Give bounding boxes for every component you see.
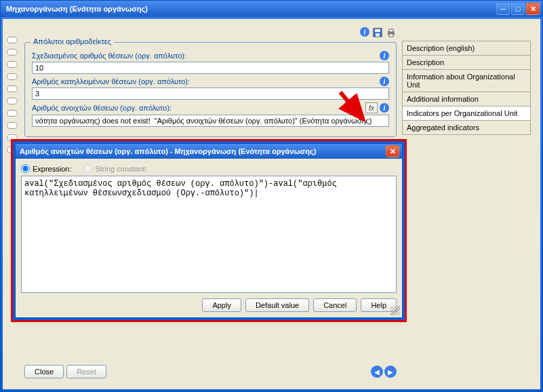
print-icon[interactable] xyxy=(386,27,397,38)
dialog-titlebar: Αριθμός ανοιχτών θέσεων (οργ. απόλυτο) -… xyxy=(16,144,402,159)
dialog-body: Expression: String constant: Apply Defau… xyxy=(16,159,402,317)
cancel-button[interactable]: Cancel xyxy=(313,298,357,312)
tab-desc-en[interactable]: Description (english) xyxy=(402,41,531,56)
maximize-button[interactable]: □ xyxy=(511,3,525,15)
expression-dialog-highlight: Αριθμός ανοιχτών θέσεων (οργ. απόλυτο) -… xyxy=(11,139,407,322)
nav-buttons: ◀ ▶ xyxy=(109,366,397,378)
dialog-buttons: Apply Default value Cancel Help xyxy=(21,293,397,312)
apply-button[interactable]: Apply xyxy=(202,298,241,312)
dialog-title: Αριθμός ανοιχτών θέσεων (οργ. απόλυτο) -… xyxy=(18,147,386,155)
expression-radio-input[interactable] xyxy=(21,164,30,173)
title-buttons: ─ □ ✕ xyxy=(496,3,540,15)
resize-grip-icon[interactable] xyxy=(390,306,400,315)
tab-aggregated[interactable]: Aggregated indicators xyxy=(402,120,531,135)
planned-label: Σχεδιασμένος αριθμός θέσεων (οργ. απόλυτ… xyxy=(32,52,186,60)
svg-rect-2 xyxy=(376,33,380,37)
field-planned: Σχεδιασμένος αριθμός θέσεων (οργ. απόλυτ… xyxy=(32,51,389,74)
expression-textarea[interactable] xyxy=(21,176,397,293)
tabs-column: Description (english) Description Inform… xyxy=(402,41,531,383)
expression-radio[interactable]: Expression: xyxy=(21,164,71,173)
prev-button[interactable]: ◀ xyxy=(371,366,383,378)
close-button[interactable]: Close xyxy=(24,365,64,378)
svg-rect-4 xyxy=(389,29,393,32)
minimize-button[interactable]: ─ xyxy=(496,3,510,15)
red-arrow-annotation xyxy=(335,87,376,128)
save-icon[interactable] xyxy=(372,27,383,38)
default-value-button[interactable]: Default value xyxy=(245,298,309,312)
dialog-close-button[interactable]: ✕ xyxy=(386,145,399,157)
expression-dialog: Αριθμός ανοιχτών θέσεων (οργ. απόλυτο) -… xyxy=(15,143,403,318)
open-label: Αριθμός ανοιχτών θέσεων (οργ. απόλυτο): xyxy=(32,104,172,112)
reset-button: Reset xyxy=(66,365,106,378)
close-window-button[interactable]: ✕ xyxy=(526,3,540,15)
info-icon[interactable]: i xyxy=(360,27,369,37)
svg-rect-1 xyxy=(375,29,380,32)
svg-rect-5 xyxy=(389,34,393,37)
titlebar: Μηχανοργάνωση (Ενότητα οργάνωσης) ─ □ ✕ xyxy=(1,1,542,17)
window-title: Μηχανοργάνωση (Ενότητα οργάνωσης) xyxy=(3,5,496,13)
string-radio-label: String constant: xyxy=(95,165,146,173)
fieldset-legend: Απόλυτοι αριθμοδείκτες xyxy=(31,37,114,45)
string-constant-radio: String constant: xyxy=(83,164,146,173)
occupied-label: Αριθμός κατηλλειμένων θέσεων (οργ. απόλυ… xyxy=(32,77,190,85)
tab-info-org[interactable]: Information about Organizational Unit xyxy=(402,69,531,92)
planned-input[interactable] xyxy=(32,62,389,74)
info-icon[interactable]: i xyxy=(380,77,389,86)
tab-additional[interactable]: Additional information xyxy=(402,92,531,106)
tab-indicators-per-unit[interactable]: Indicators per Organizational Unit xyxy=(402,106,531,121)
info-icon[interactable]: i xyxy=(380,103,389,113)
radio-row: Expression: String constant: xyxy=(21,164,397,173)
svg-line-7 xyxy=(340,92,363,119)
next-button[interactable]: ▶ xyxy=(384,366,397,378)
expression-radio-label: Expression: xyxy=(33,165,71,173)
info-icon[interactable]: i xyxy=(380,51,389,60)
footer: Close Reset ◀ ▶ xyxy=(24,361,397,383)
string-radio-input xyxy=(83,164,92,173)
tab-desc[interactable]: Description xyxy=(402,55,531,70)
